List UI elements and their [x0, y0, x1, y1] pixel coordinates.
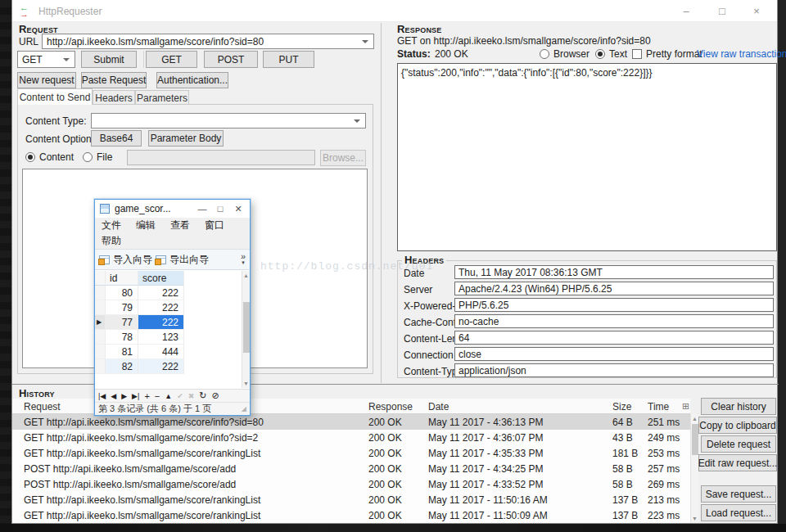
scrollbar-thumb[interactable]	[692, 424, 698, 455]
history-row[interactable]: POST http://api.ikeeko.lsm/smallgame/sco…	[12, 461, 690, 476]
column-chooser-icon[interactable]: ⊞	[682, 401, 689, 412]
text-radio-label[interactable]: Text	[609, 48, 627, 60]
toolbar-overflow-drop-icon[interactable]: ▾	[242, 259, 245, 265]
db-maximize-button[interactable]: □	[214, 204, 227, 214]
panel-splitter[interactable]	[381, 23, 382, 383]
grid-cell-id[interactable]: 81	[106, 345, 138, 359]
chevron-down-icon[interactable]	[362, 40, 368, 43]
next-record-icon[interactable]: ▶	[121, 392, 127, 400]
history-row[interactable]: GET http://api.ikeeko.lsm/smallgame/scor…	[12, 445, 690, 461]
authentication-button[interactable]: Authentication...	[156, 72, 228, 88]
menu-file[interactable]: 文件	[102, 219, 121, 232]
menu-view[interactable]: 查看	[170, 219, 190, 232]
tab-headers[interactable]: Headers	[93, 90, 135, 105]
delete-request-button[interactable]: Delete request	[701, 435, 776, 453]
content-radio-label[interactable]: Content	[39, 151, 74, 163]
file-radio-label[interactable]: File	[97, 151, 112, 163]
menu-help[interactable]: 帮助	[102, 234, 121, 248]
grid-cell-score[interactable]: 222	[138, 300, 184, 315]
grid-cell-score-selected[interactable]: 222	[138, 315, 184, 330]
browser-radio[interactable]	[540, 49, 549, 59]
import-wizard-button[interactable]: 导入向导	[113, 253, 152, 267]
menu-edit[interactable]: 编辑	[136, 219, 156, 232]
response-header-value[interactable]: PHP/5.6.25	[454, 298, 774, 312]
close-button[interactable]: ×	[744, 0, 769, 21]
grid-col-id[interactable]: id	[106, 271, 138, 286]
grid-col-score[interactable]: score	[138, 271, 184, 286]
history-row[interactable]: GET http://api.ikeeko.lsm/smallgame/scor…	[12, 492, 690, 507]
history-col-time[interactable]: Time	[648, 401, 669, 413]
db-close-button[interactable]: ✕	[232, 204, 245, 214]
response-header-value[interactable]: Apache/2.4.23 (Win64) PHP/5.6.25	[454, 282, 774, 295]
history-row[interactable]: GET http://api.ikeeko.lsm/smallgame/scor…	[12, 430, 690, 445]
chevron-down-icon[interactable]	[354, 119, 360, 123]
resize-grip-icon[interactable]: ◢	[242, 405, 246, 413]
scrollbar-thumb[interactable]	[243, 302, 250, 353]
response-header-value[interactable]: close	[454, 347, 774, 361]
first-record-icon[interactable]: |◀	[98, 392, 106, 400]
grid-cell-id[interactable]: 82	[106, 359, 138, 374]
grid-cell-id[interactable]: 78	[106, 330, 138, 345]
pretty-format-checkbox[interactable]	[632, 49, 642, 59]
last-record-icon[interactable]: ▶|	[132, 392, 139, 400]
method-select[interactable]: GET	[17, 51, 75, 68]
save-request-button[interactable]: Save request...	[701, 485, 776, 503]
grid-cell-id[interactable]: 80	[106, 286, 138, 300]
paste-request-button[interactable]: Paste Request	[81, 72, 147, 88]
grid-cell-id[interactable]: 77	[106, 315, 138, 330]
chevron-down-icon[interactable]	[63, 58, 70, 61]
grid-cell-id[interactable]: 79	[106, 300, 138, 315]
scroll-down-icon[interactable]: ▼	[242, 381, 250, 386]
edit-record-icon[interactable]: ▲	[165, 392, 172, 400]
scroll-up-icon[interactable]: ▲	[691, 416, 698, 422]
title-bar[interactable]: ← → HttpRequester – □ ×	[12, 0, 777, 22]
add-record-icon[interactable]: +	[144, 391, 149, 401]
get-button[interactable]: GET	[146, 51, 197, 68]
submit-button[interactable]: Submit	[81, 51, 137, 68]
maximize-button[interactable]: □	[710, 0, 734, 21]
grid-cell-score[interactable]: 123	[138, 330, 184, 345]
base64-button[interactable]: Base64	[91, 130, 142, 147]
history-row[interactable]: GET http://api.ikeeko.lsm/smallgame/scor…	[12, 507, 690, 523]
response-header-value[interactable]: Thu, 11 May 2017 08:36:13 GMT	[454, 265, 774, 279]
clear-history-button[interactable]: Clear history	[701, 398, 776, 415]
post-button[interactable]: POST	[204, 51, 258, 68]
grid-cell-score[interactable]: 222	[138, 359, 184, 374]
history-col-response[interactable]: Response	[368, 401, 413, 413]
response-header-value[interactable]: application/json	[454, 363, 774, 377]
history-col-date[interactable]: Date	[428, 401, 449, 413]
edit-raw-request-button[interactable]: Edit raw request...	[698, 454, 777, 471]
history-row[interactable]: GET http://api.ikeeko.lsm/smallgame/scor…	[12, 414, 690, 430]
new-request-button[interactable]: New request	[17, 72, 76, 88]
history-col-size[interactable]: Size	[612, 401, 631, 413]
parameter-body-button[interactable]: Parameter Body	[148, 130, 224, 147]
response-header-value[interactable]: 64	[454, 331, 774, 345]
copy-to-clipboard-button[interactable]: Copy to clipboard	[698, 417, 777, 434]
tab-content-to-send[interactable]: Content to Send	[17, 88, 93, 105]
tab-parameters[interactable]: Parameters	[135, 90, 189, 105]
toolbar-overflow-icon[interactable]: »	[241, 254, 246, 259]
response-header-value[interactable]: no-cache	[454, 314, 774, 328]
refresh-icon[interactable]: ↻	[199, 390, 206, 401]
content-type-select[interactable]	[91, 113, 366, 128]
delete-record-icon[interactable]: −	[155, 391, 160, 401]
grid-cell-score[interactable]: 444	[138, 345, 184, 359]
stop-icon[interactable]: ⊘	[211, 390, 219, 401]
text-radio[interactable]	[595, 49, 605, 59]
url-input[interactable]: http://api.ikeeko.lsm/smallgame/score/in…	[42, 34, 374, 49]
db-minimize-button[interactable]: —	[196, 204, 209, 214]
scroll-up-icon[interactable]: ▲	[242, 273, 250, 278]
put-button[interactable]: PUT	[263, 51, 314, 68]
scroll-down-icon[interactable]: ▼	[691, 516, 698, 521]
grid-cell-score[interactable]: 222	[138, 286, 184, 300]
prev-record-icon[interactable]: ◀	[111, 392, 116, 400]
menu-window[interactable]: 窗口	[205, 219, 224, 232]
db-title-bar[interactable]: game_scor... — □ ✕	[95, 200, 250, 218]
load-request-button[interactable]: Load request...	[701, 504, 776, 521]
minimize-button[interactable]: –	[674, 0, 698, 21]
grid-scrollbar[interactable]: ▲ ▼	[242, 271, 250, 388]
browser-radio-label[interactable]: Browser	[553, 48, 590, 60]
export-wizard-button[interactable]: 导出向导	[169, 253, 209, 267]
view-raw-transaction-link[interactable]: View raw transaction	[697, 48, 786, 60]
file-radio[interactable]	[83, 152, 93, 162]
